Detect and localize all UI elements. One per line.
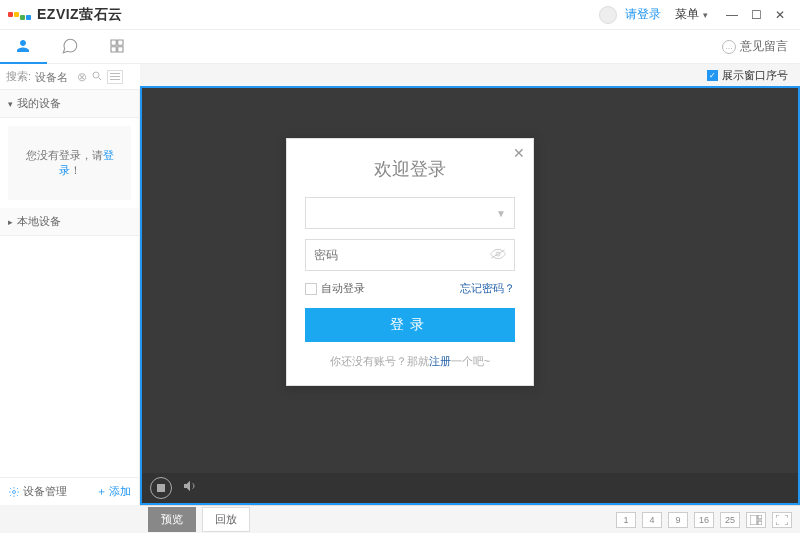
svg-rect-6	[758, 521, 762, 525]
show-window-index-label: 展示窗口序号	[722, 68, 788, 83]
volume-button[interactable]	[182, 478, 198, 498]
layout-custom-icon	[750, 515, 762, 525]
sidebar-section-local-devices[interactable]: ▸ 本地设备	[0, 208, 139, 236]
titlebar: EZVIZ萤石云 请登录 菜单 ▾ — ☐ ✕	[0, 0, 800, 30]
dialog-title: 欢迎登录	[305, 157, 515, 181]
menu-button[interactable]: 菜单	[675, 6, 699, 23]
checkbox-icon	[305, 283, 317, 295]
search-icon[interactable]	[91, 68, 103, 86]
close-icon[interactable]: ✕	[513, 145, 525, 161]
device-management-button[interactable]: 设备管理	[8, 484, 67, 499]
close-button[interactable]: ✕	[768, 3, 792, 27]
maximize-button[interactable]: ☐	[744, 3, 768, 27]
sidebar-bottom: 设备管理 ＋ 添加	[0, 477, 139, 505]
clear-icon[interactable]: ⊗	[77, 70, 87, 84]
eye-icon[interactable]	[490, 246, 506, 264]
fullscreen-button[interactable]	[772, 512, 792, 528]
plus-icon: ＋	[96, 484, 107, 499]
tab-person[interactable]	[0, 30, 47, 64]
layout-16[interactable]: 16	[694, 512, 714, 528]
footer: 预览 回放 1 4 9 16 25	[140, 505, 800, 533]
svg-point-0	[93, 72, 99, 78]
minimize-button[interactable]: —	[720, 3, 744, 27]
svg-point-2	[13, 490, 16, 493]
chevron-down-icon: ▾	[8, 99, 13, 109]
feedback-label: 意见留言	[740, 38, 788, 55]
tab-playback[interactable]: 回放	[202, 507, 250, 532]
search-label: 搜索:	[6, 69, 31, 84]
avatar[interactable]	[599, 6, 617, 24]
feedback-button[interactable]: … 意见留言	[722, 38, 788, 55]
layout-custom[interactable]	[746, 512, 766, 528]
logo-icon	[20, 15, 31, 20]
svg-rect-3	[157, 484, 165, 492]
show-window-index-option[interactable]: ✓ 展示窗口序号	[707, 68, 788, 83]
layout-25[interactable]: 25	[720, 512, 740, 528]
username-input[interactable]	[314, 206, 496, 220]
tab-strip	[0, 30, 140, 64]
feedback-icon: …	[722, 40, 736, 54]
chat-icon	[61, 37, 79, 55]
chevron-down-icon[interactable]: ▼	[496, 208, 506, 219]
brand-text: EZVIZ萤石云	[37, 6, 123, 24]
person-icon	[14, 37, 32, 55]
svg-rect-5	[758, 515, 762, 519]
password-field-wrapper	[305, 239, 515, 271]
checkbox-checked-icon: ✓	[707, 70, 718, 81]
layout-9[interactable]: 9	[668, 512, 688, 528]
register-line: 你还没有账号？那就注册一个吧~	[305, 354, 515, 369]
stop-icon	[157, 484, 165, 492]
sidebar-section-my-devices[interactable]: ▾ 我的设备	[0, 90, 139, 118]
login-dialog: ✕ 欢迎登录 ▼ 自动登录 忘记密码？ 登录 你还没有账号？那就注册一个吧~	[286, 138, 534, 386]
svg-rect-4	[750, 515, 757, 525]
login-link[interactable]: 请登录	[625, 6, 661, 23]
register-link[interactable]: 注册	[429, 355, 451, 367]
username-field-wrapper: ▼	[305, 197, 515, 229]
login-button[interactable]: 登录	[305, 308, 515, 342]
my-devices-label: 我的设备	[17, 96, 61, 111]
fullscreen-icon	[776, 515, 788, 525]
login-notice: 您没有登录，请登录！	[8, 126, 131, 200]
chevron-down-icon[interactable]: ▾	[703, 10, 708, 20]
gear-icon	[8, 486, 20, 498]
grid-icon	[108, 37, 126, 55]
search-bar: 搜索: ⊗	[0, 64, 140, 90]
add-button[interactable]: ＋ 添加	[96, 484, 131, 499]
password-input[interactable]	[314, 248, 490, 262]
forgot-password-link[interactable]: 忘记密码？	[460, 281, 515, 296]
local-devices-label: 本地设备	[17, 214, 61, 229]
sidebar: ▾ 我的设备 您没有登录，请登录！ ▸ 本地设备 设备管理 ＋ 添加	[0, 90, 140, 505]
auto-login-checkbox[interactable]: 自动登录	[305, 281, 365, 296]
list-icon[interactable]	[107, 70, 123, 84]
volume-icon	[182, 478, 198, 494]
tab-chat[interactable]	[47, 30, 94, 64]
toolbar: … 意见留言	[0, 30, 800, 64]
stop-button[interactable]	[150, 477, 172, 499]
layout-4[interactable]: 4	[642, 512, 662, 528]
layout-1[interactable]: 1	[616, 512, 636, 528]
tab-grid[interactable]	[93, 30, 140, 64]
video-controls	[142, 473, 798, 503]
chevron-right-icon: ▸	[8, 217, 13, 227]
logo-icon	[8, 12, 19, 17]
search-input[interactable]	[35, 71, 73, 83]
svg-line-1	[99, 77, 102, 80]
tab-preview[interactable]: 预览	[148, 507, 196, 532]
